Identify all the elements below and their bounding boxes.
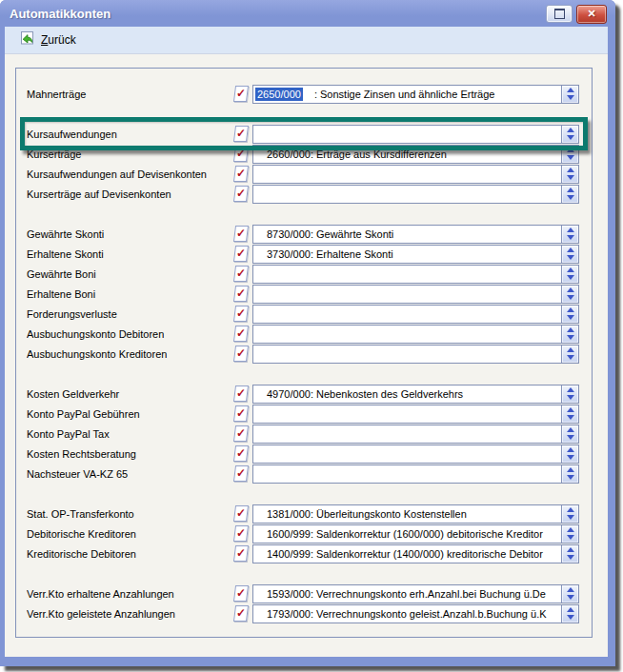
account-value: 4970/000: Nebenkosten des Geldverkehrs — [253, 385, 561, 403]
checked-note-icon[interactable] — [233, 505, 249, 522]
spinner-down-icon — [567, 155, 574, 160]
account-spinner[interactable] — [561, 186, 578, 203]
account-value — [253, 405, 561, 423]
account-value: 3730/000: Erhaltene Skonti — [253, 246, 561, 263]
row-label: Kosten Rechtsberatung — [27, 448, 234, 460]
account-combobox[interactable] — [252, 445, 579, 464]
form-group-4: Kosten Geldverkehr4970/000: Nebenkosten … — [27, 384, 579, 484]
account-spinner[interactable] — [561, 545, 578, 563]
checked-note-icon[interactable] — [233, 166, 249, 182]
account-combobox[interactable]: 1593/000: Verrechnungskonto erh.Anzahl.b… — [252, 584, 579, 603]
account-combobox[interactable] — [252, 125, 579, 144]
account-value — [253, 266, 561, 283]
account-spinner[interactable] — [561, 385, 578, 403]
account-spinner[interactable] — [561, 445, 578, 463]
account-spinner[interactable] — [561, 286, 578, 303]
account-combobox[interactable] — [252, 345, 579, 364]
checked-note-icon[interactable] — [233, 126, 249, 142]
account-combobox[interactable]: 8730/000: Gewährte Skonti — [252, 225, 579, 244]
account-combobox[interactable] — [252, 165, 579, 184]
account-combobox[interactable]: 1793/000: Verrechnungskonto geleist.Anza… — [252, 604, 579, 623]
row-label: Gewährte Skonti — [27, 228, 234, 240]
close-button[interactable]: ✕ — [576, 5, 607, 24]
account-spinner[interactable] — [561, 126, 578, 143]
account-spinner[interactable] — [561, 505, 578, 523]
account-spinner[interactable] — [561, 246, 578, 263]
account-combobox[interactable]: 2660/000: Erträge aus Kursdifferenzen — [252, 145, 579, 164]
checked-note-icon[interactable] — [233, 226, 249, 242]
checked-note-icon[interactable] — [233, 326, 249, 342]
account-combobox[interactable]: 2650/000: Sonstige Zinsen und ähnliche E… — [252, 85, 579, 104]
title-bar[interactable]: Automatikkonten ✕ — [0, 0, 615, 27]
account-spinner[interactable] — [561, 306, 578, 323]
account-combobox[interactable] — [252, 425, 579, 444]
checked-note-icon[interactable] — [233, 186, 249, 202]
account-text: 3730/000: Erhaltene Skonti — [255, 248, 393, 260]
account-spinner[interactable] — [561, 525, 578, 543]
row-label: Kurserträge — [27, 148, 234, 160]
spinner-down-icon — [567, 175, 574, 180]
account-combobox[interactable] — [252, 285, 579, 304]
account-spinner[interactable] — [561, 425, 578, 443]
account-spinner[interactable] — [561, 326, 578, 343]
checked-note-icon[interactable] — [233, 425, 249, 442]
form-row: Ausbuchungskonto Kreditoren — [27, 344, 579, 364]
spinner-up-icon — [567, 467, 574, 472]
account-combobox[interactable]: 4970/000: Nebenkosten des Geldverkehrs — [252, 385, 579, 404]
account-spinner[interactable] — [561, 405, 578, 423]
account-combobox[interactable] — [252, 185, 579, 204]
checked-note-icon[interactable] — [233, 605, 249, 622]
checked-note-icon[interactable] — [233, 146, 249, 162]
account-value: 1400/999: Saldenkorrektur (1400/000) kre… — [253, 545, 561, 563]
account-spinner[interactable] — [561, 266, 578, 283]
spinner-up-icon — [567, 247, 574, 252]
spinner-down-icon — [567, 515, 574, 520]
spinner-up-icon — [567, 168, 574, 172]
checked-note-icon[interactable] — [233, 86, 249, 102]
account-combobox[interactable] — [252, 464, 579, 484]
checked-note-icon[interactable] — [233, 405, 249, 422]
row-label: Erhaltene Boni — [27, 288, 234, 300]
checked-note-icon[interactable] — [233, 445, 249, 462]
form-row: Gewährte Skonti8730/000: Gewährte Skonti — [27, 224, 579, 244]
account-spinner[interactable] — [561, 166, 578, 183]
account-spinner[interactable] — [561, 585, 578, 603]
checked-note-icon[interactable] — [233, 525, 249, 542]
spinner-up-icon — [567, 307, 574, 312]
account-spinner[interactable] — [561, 146, 578, 163]
checked-note-icon[interactable] — [233, 266, 249, 282]
form-row: Kursaufwendungen — [27, 124, 579, 144]
back-button[interactable]: Zurück — [20, 30, 76, 49]
minimize-button[interactable] — [546, 5, 573, 23]
account-value — [253, 186, 561, 203]
checked-note-icon[interactable] — [233, 346, 249, 362]
form-row: Stat. OP-Transferkonto1381/000: Überleit… — [27, 504, 579, 524]
checked-note-icon[interactable] — [233, 246, 249, 262]
account-spinner[interactable] — [561, 86, 578, 103]
row-label: Stat. OP-Transferkonto — [27, 508, 234, 520]
account-combobox[interactable]: 3730/000: Erhaltene Skonti — [252, 245, 579, 264]
account-spinner[interactable] — [561, 605, 578, 623]
account-combobox[interactable]: 1381/000: Überleitungskonto Kostenstelle… — [252, 504, 579, 524]
spinner-down-icon — [567, 355, 574, 360]
checked-note-icon[interactable] — [233, 585, 249, 602]
account-combobox[interactable] — [252, 325, 579, 344]
account-combobox[interactable]: 1600/999: Saldenkorrektur (1600/000) deb… — [252, 524, 579, 544]
row-label: Ausbuchungskonto Kreditoren — [27, 348, 234, 360]
account-spinner[interactable] — [561, 465, 578, 483]
row-label: Konto PayPal Gebühren — [27, 408, 234, 420]
account-combobox[interactable]: 1400/999: Saldenkorrektur (1400/000) kre… — [252, 544, 579, 563]
window-controls: ✕ — [546, 5, 607, 24]
spinner-up-icon — [567, 227, 574, 232]
row-label: Gewährte Boni — [27, 268, 234, 280]
account-spinner[interactable] — [561, 346, 578, 363]
account-combobox[interactable] — [252, 405, 579, 424]
account-combobox[interactable] — [252, 305, 579, 324]
account-combobox[interactable] — [252, 265, 579, 284]
checked-note-icon[interactable] — [233, 465, 249, 482]
account-spinner[interactable] — [561, 226, 578, 243]
checked-note-icon[interactable] — [233, 545, 249, 562]
checked-note-icon[interactable] — [233, 306, 249, 322]
checked-note-icon[interactable] — [233, 385, 249, 402]
checked-note-icon[interactable] — [233, 286, 249, 302]
